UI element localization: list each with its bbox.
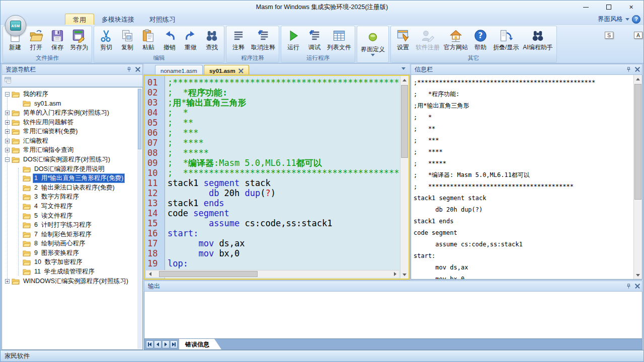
website-button[interactable]: 官方网站 xyxy=(442,27,470,51)
scroll-down-icon[interactable] xyxy=(400,270,409,279)
scroll-down-icon[interactable] xyxy=(634,271,642,279)
info-vertical-scrollbar[interactable] xyxy=(633,75,642,279)
scroll-right-icon[interactable] xyxy=(391,270,399,278)
prev-tab-button[interactable] xyxy=(154,340,162,348)
help-button[interactable]: ?帮助 xyxy=(470,27,491,51)
pin-icon[interactable] xyxy=(126,67,132,72)
scroll-left-icon[interactable] xyxy=(146,270,154,278)
redo-button[interactable]: 重做 xyxy=(180,27,201,51)
expand-expander-icon[interactable]: + xyxy=(5,120,10,125)
output-tabstrip: 错误信息 xyxy=(144,339,642,350)
tree-item[interactable]: +汇编教程 xyxy=(2,136,142,146)
info-line: ; *编译器: Masm 5.0,ML6.11都可以 xyxy=(414,169,633,181)
cut-button[interactable]: 剪切 xyxy=(96,27,117,51)
ui-define-button[interactable]: 界面定义 xyxy=(359,29,387,56)
scroll-up-icon[interactable] xyxy=(634,75,642,83)
ai-assistant-button[interactable]: AI编程助手 xyxy=(521,27,554,51)
tab-error-info[interactable]: 错误信息 xyxy=(179,339,221,349)
find-button[interactable]: 查找 xyxy=(201,27,222,51)
tree-item[interactable]: –我的程序 xyxy=(2,89,142,99)
uncomment-button[interactable]: 取消注释 xyxy=(249,27,277,51)
tree-item[interactable]: +常用汇编资料(免费) xyxy=(2,127,142,136)
scrollbar-thumb[interactable] xyxy=(634,84,641,200)
copy-button[interactable]: 复制 xyxy=(117,27,138,51)
next-tab-button[interactable] xyxy=(162,340,170,348)
folder-icon xyxy=(12,138,20,144)
close-button[interactable]: × xyxy=(620,1,642,14)
window-title: Masm for Windows 集成实验环境-2025(注册版) xyxy=(1,3,643,12)
tree-item[interactable]: +简单的入门程序实例(对照练习) xyxy=(2,108,142,118)
list-file-button[interactable]: 列表文件 xyxy=(325,27,353,51)
tree-item[interactable]: 5 读文件程序 xyxy=(2,211,142,221)
app-menu-button[interactable]: ASM xyxy=(5,15,26,36)
ribbon-tab[interactable]: 对照练习 xyxy=(142,14,183,25)
minimize-button[interactable] xyxy=(575,1,597,14)
tree-item[interactable]: 9 图形变换程序 xyxy=(2,248,142,258)
save-button[interactable]: 保存 xyxy=(47,27,68,51)
scrollbar-thumb[interactable] xyxy=(159,271,258,277)
tree-item[interactable]: +WINDOWS汇编实例源程序(对照练习) xyxy=(2,277,142,286)
last-tab-button[interactable] xyxy=(170,340,178,348)
close-tab-icon[interactable] xyxy=(238,68,244,73)
pin-icon[interactable] xyxy=(626,284,631,289)
code-area[interactable]: ;***************************************… xyxy=(165,76,400,279)
tree-item[interactable]: –DOS汇编实例源程序(对照练习) xyxy=(2,155,142,164)
scrollbar-thumb[interactable] xyxy=(401,85,408,158)
ui-style-button[interactable]: 界面风格 xyxy=(598,15,623,24)
tree-item[interactable]: 6 计时打字练习程序 xyxy=(2,220,142,230)
paste-button[interactable]: 粘贴 xyxy=(138,27,159,51)
help-orb-icon[interactable]: ? xyxy=(632,15,640,24)
chevron-down-icon[interactable] xyxy=(625,18,629,21)
collapse-button[interactable]: 折叠/显示 xyxy=(491,27,521,51)
tree-item[interactable]: 4 写文件程序 xyxy=(2,202,142,211)
close-panel-icon[interactable] xyxy=(635,67,640,72)
tree-item[interactable]: sy01.asm xyxy=(2,99,142,109)
editor-tab[interactable]: noname1.asm xyxy=(155,65,203,75)
tree-item[interactable]: +常用汇编指令查询 xyxy=(2,146,142,155)
tree-item[interactable]: 1 用*输出直角三角形程序(免费) xyxy=(2,173,142,183)
navigator-view-icon[interactable] xyxy=(4,76,13,86)
expand-expander-icon[interactable]: + xyxy=(5,139,10,143)
tree-item[interactable]: 7 绘制彩色矩形程序 xyxy=(2,230,142,239)
run-button[interactable]: 运行 xyxy=(283,27,304,51)
ribbon-tab[interactable]: 常用 xyxy=(65,14,94,25)
editor-horizontal-scrollbar[interactable] xyxy=(146,270,399,278)
expand-expander-icon[interactable]: + xyxy=(5,279,10,284)
tree-item[interactable]: 8 绘制动画心程序 xyxy=(2,239,142,249)
scrollbar-thumb[interactable] xyxy=(138,89,141,149)
tree-vertical-scrollbar[interactable] xyxy=(137,88,142,349)
close-panel-icon[interactable] xyxy=(135,67,140,72)
ribbon-tab[interactable]: 多模块连接 xyxy=(94,14,142,25)
code-line: db 20h dup(?) xyxy=(168,188,400,198)
maximize-button[interactable] xyxy=(597,1,620,14)
first-tab-button[interactable] xyxy=(146,340,153,348)
chevron-down-icon[interactable] xyxy=(371,54,375,56)
tree-item[interactable]: +软件应用问题解答 xyxy=(2,118,142,127)
tree-item[interactable]: 11 学生成绩管理程序 xyxy=(2,267,142,277)
editor-tab[interactable]: sy01.asm xyxy=(204,65,249,75)
debug-button[interactable]: 调试 xyxy=(304,27,325,51)
tree-item[interactable]: 3 数字方阵程序 xyxy=(2,193,142,202)
editor-vertical-scrollbar[interactable] xyxy=(400,76,409,279)
settings-button[interactable]: 设置 xyxy=(392,27,414,51)
tree-item[interactable]: DOS汇编源程序使用说明 xyxy=(2,164,142,174)
collapse-expander-icon[interactable]: – xyxy=(5,157,10,162)
save-as-button[interactable]: 另存为 xyxy=(68,27,90,51)
code-editor[interactable]: 01020304050607080910111213141516171819 ;… xyxy=(144,75,410,280)
expand-expander-icon[interactable]: + xyxy=(5,148,10,152)
collapse-expander-icon[interactable]: – xyxy=(5,92,10,97)
comment-button[interactable]: 注释 xyxy=(228,27,249,51)
tab-list-dropdown-icon[interactable] xyxy=(401,67,406,70)
expand-expander-icon[interactable]: + xyxy=(5,129,10,134)
tree-item[interactable]: 10 数字加密程序 xyxy=(2,258,142,267)
expand-expander-icon[interactable]: + xyxy=(5,111,10,115)
undo-button[interactable]: 撤销 xyxy=(159,27,180,51)
close-panel-icon[interactable] xyxy=(635,284,640,289)
pin-icon[interactable] xyxy=(626,67,631,72)
ribbon-group-caption: 程序注释 xyxy=(226,54,279,62)
open-folder-button[interactable]: 打开 xyxy=(26,27,47,51)
scroll-up-icon[interactable] xyxy=(400,76,409,84)
tree-item-label: 6 计时打字练习程序 xyxy=(33,220,93,230)
tree-item[interactable]: 2 输出乘法口诀表程序(免费) xyxy=(2,183,142,193)
line-number: 01 xyxy=(147,77,165,87)
